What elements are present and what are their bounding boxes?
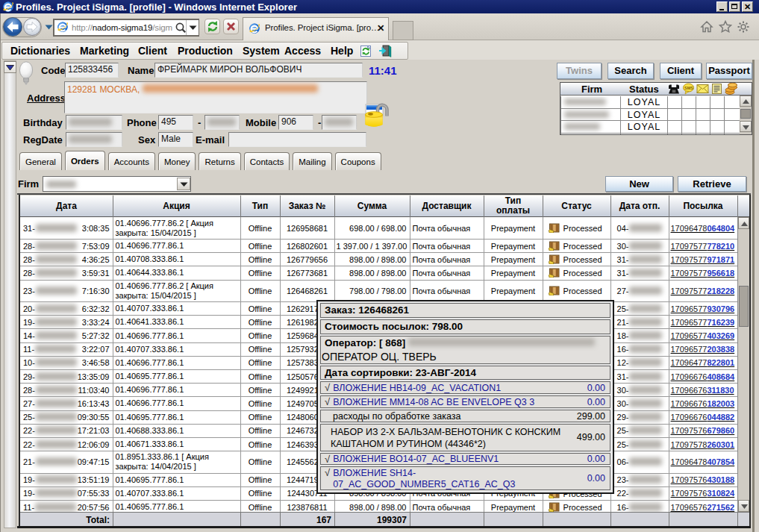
svg-text:SMS: SMS bbox=[684, 86, 693, 90]
